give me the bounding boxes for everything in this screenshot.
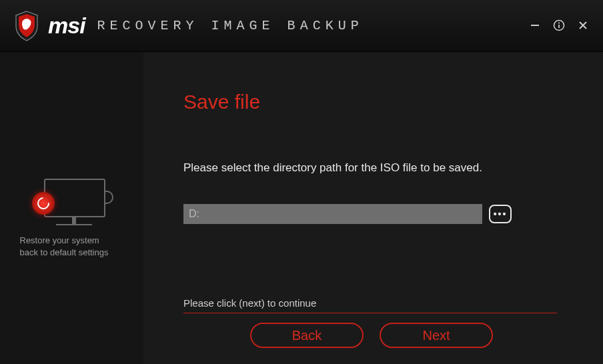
next-button[interactable]: Next xyxy=(380,323,493,348)
sidebar-caption-line1: Restore your system xyxy=(20,235,99,245)
window-controls xyxy=(528,19,590,32)
navigation-buttons: Back Next xyxy=(250,323,570,348)
brand-name: msi xyxy=(48,13,85,39)
title-bar: msi RECOVERY IMAGE BACKUP xyxy=(0,0,603,52)
sidebar: Restore your system back to default sett… xyxy=(0,52,143,364)
directory-path-input[interactable] xyxy=(183,204,482,224)
restore-system-icon xyxy=(32,179,112,227)
instruction-text: Please select the directory path for the… xyxy=(183,161,570,175)
info-button[interactable] xyxy=(552,19,566,32)
minimize-button[interactable] xyxy=(528,19,542,32)
back-button[interactable]: Back xyxy=(250,323,364,348)
ellipsis-icon: ••• xyxy=(494,209,508,219)
divider-line xyxy=(183,313,557,313)
browse-button[interactable]: ••• xyxy=(489,205,512,223)
app-title: RECOVERY IMAGE BACKUP xyxy=(97,18,364,33)
path-selection-row: ••• xyxy=(183,204,570,224)
sidebar-caption-line2: back to default settings xyxy=(20,247,109,257)
content-area: Restore your system back to default sett… xyxy=(0,52,603,364)
svg-point-2 xyxy=(558,22,560,23)
sidebar-caption: Restore your system back to default sett… xyxy=(20,235,127,258)
continue-hint: Please click (next) to continue xyxy=(183,297,570,309)
close-button[interactable] xyxy=(576,19,590,32)
recovery-disc-icon xyxy=(32,192,55,215)
page-heading: Save file xyxy=(183,91,570,113)
main-panel: Save file Please select the directory pa… xyxy=(143,52,603,364)
msi-shield-logo xyxy=(13,10,40,42)
